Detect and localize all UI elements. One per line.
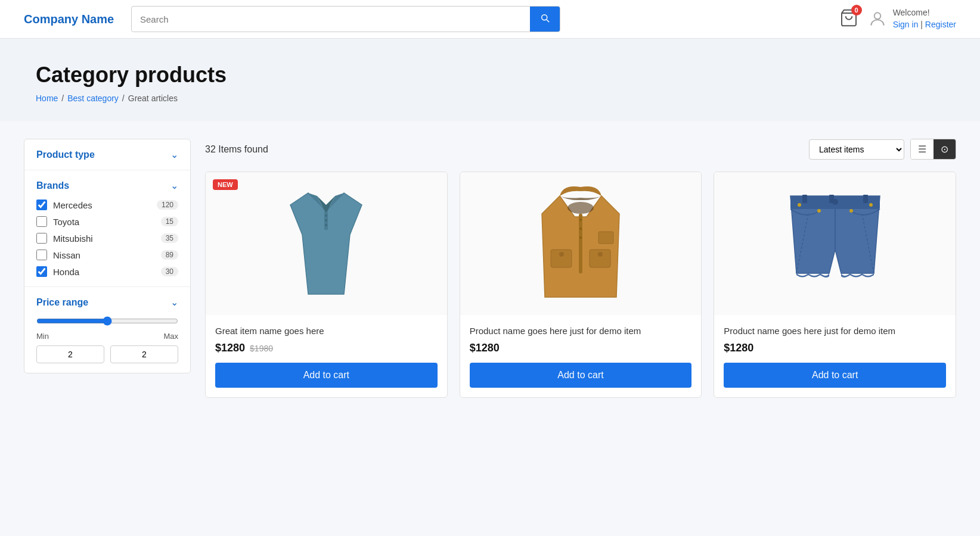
filter-price-range-header[interactable]: Price range ⌄ bbox=[36, 297, 178, 308]
brand-checkbox-mercedes[interactable] bbox=[36, 200, 47, 210]
breadcrumb-separator-2: / bbox=[122, 94, 125, 103]
brand-name: Mitsubishi bbox=[53, 233, 155, 244]
products-area: 32 Items found Latest items Price: Low t… bbox=[205, 139, 956, 398]
page-title: Category products bbox=[36, 63, 944, 88]
price-max-input[interactable] bbox=[110, 345, 178, 363]
brand-count: 35 bbox=[161, 233, 178, 243]
svg-rect-23 bbox=[863, 195, 868, 203]
brand-list: Mercedes 120 Toyota 15 Mitsubishi 35 Nis… bbox=[36, 200, 178, 277]
product-image-jacket bbox=[533, 184, 628, 303]
product-info: Great item name goes here $1280 $1980 Ad… bbox=[206, 315, 447, 397]
product-name: Product name goes here just for demo ite… bbox=[470, 325, 692, 337]
product-price-row: $1280 $1980 bbox=[215, 342, 438, 354]
search-icon bbox=[539, 13, 550, 23]
product-image-shorts bbox=[781, 190, 889, 297]
add-to-cart-button[interactable]: Add to cart bbox=[724, 363, 946, 388]
svg-point-8 bbox=[325, 224, 327, 226]
hero-banner: Category products Home / Best category /… bbox=[0, 39, 980, 121]
filter-brands-header[interactable]: Brands ⌄ bbox=[36, 180, 178, 191]
items-found: 32 Items found bbox=[205, 144, 268, 155]
main-content: Product type ⌄ Brands ⌄ Mercedes 120 Toy… bbox=[0, 121, 980, 416]
brand-count: 15 bbox=[161, 217, 178, 226]
filter-product-type-header[interactable]: Product type ⌄ bbox=[36, 149, 178, 160]
cart-wrapper[interactable]: 0 bbox=[839, 8, 858, 30]
svg-point-14 bbox=[579, 236, 582, 239]
product-price-row: $1280 bbox=[724, 342, 946, 354]
products-toolbar: 32 Items found Latest items Price: Low t… bbox=[205, 139, 956, 160]
brand-name: Toyota bbox=[53, 217, 155, 227]
header-right: 0 Welcome! Sign in | Register bbox=[839, 7, 956, 30]
sign-in-link[interactable]: Sign in bbox=[893, 20, 919, 29]
brand-checkbox-toyota[interactable] bbox=[36, 216, 47, 227]
product-image-wrap bbox=[206, 172, 447, 315]
breadcrumb: Home / Best category / Great articles bbox=[36, 94, 944, 103]
filter-price-range-title: Price range bbox=[36, 297, 88, 308]
filter-brands: Brands ⌄ Mercedes 120 Toyota 15 Mitsubis… bbox=[24, 170, 190, 287]
price-max-label: Max bbox=[163, 332, 178, 341]
grid-view-button[interactable]: ⊙ bbox=[934, 139, 956, 159]
search-bar bbox=[131, 6, 560, 32]
search-button[interactable] bbox=[530, 7, 560, 32]
brand-item: Toyota 15 bbox=[36, 216, 178, 227]
header: Company Name 0 Welcome! bbox=[0, 0, 980, 39]
breadcrumb-great-articles: Great articles bbox=[128, 94, 178, 103]
breadcrumb-home[interactable]: Home bbox=[36, 94, 58, 103]
auth-links[interactable]: Sign in | Register bbox=[893, 19, 956, 31]
filter-price-range: Price range ⌄ Min Max bbox=[24, 287, 190, 373]
add-to-cart-button[interactable]: Add to cart bbox=[215, 363, 438, 388]
brand-item: Honda 30 bbox=[36, 266, 178, 277]
product-card: Product name goes here just for demo ite… bbox=[460, 172, 702, 398]
brand-checkbox-mitsubishi[interactable] bbox=[36, 233, 47, 244]
product-info: Product name goes here just for demo ite… bbox=[460, 315, 702, 397]
svg-point-17 bbox=[559, 252, 564, 257]
brand-count: 30 bbox=[161, 267, 178, 276]
filter-product-type-title: Product type bbox=[36, 149, 95, 160]
filter-product-type: Product type ⌄ bbox=[24, 139, 190, 170]
cart-badge: 0 bbox=[851, 5, 862, 15]
price-min-label: Min bbox=[36, 332, 49, 341]
product-info: Product name goes here just for demo ite… bbox=[714, 315, 956, 397]
product-name: Great item name goes here bbox=[215, 325, 438, 337]
brand-item: Mitsubishi 35 bbox=[36, 233, 178, 244]
svg-point-26 bbox=[817, 209, 821, 213]
price-min-input[interactable] bbox=[36, 345, 104, 363]
brand-checkbox-honda[interactable] bbox=[36, 266, 47, 277]
brand-name: Nissan bbox=[53, 250, 155, 260]
product-image-wrap bbox=[714, 172, 956, 315]
svg-point-24 bbox=[832, 199, 838, 205]
sort-select[interactable]: Latest items Price: Low to High Price: H… bbox=[809, 139, 904, 160]
svg-rect-11 bbox=[579, 214, 582, 273]
price-current: $1280 bbox=[470, 342, 500, 354]
svg-point-10 bbox=[567, 202, 594, 214]
add-to-cart-button[interactable]: Add to cart bbox=[470, 363, 692, 388]
price-old: $1980 bbox=[250, 344, 273, 353]
breadcrumb-best-category[interactable]: Best category bbox=[67, 94, 119, 103]
product-price-row: $1280 bbox=[470, 342, 692, 354]
brand-checkbox-nissan[interactable] bbox=[36, 250, 47, 260]
svg-point-7 bbox=[325, 219, 327, 222]
svg-point-28 bbox=[798, 203, 801, 207]
svg-rect-19 bbox=[598, 232, 613, 244]
brand-item: Mercedes 120 bbox=[36, 200, 178, 210]
brand-item: Nissan 89 bbox=[36, 250, 178, 260]
user-text: Welcome! Sign in | Register bbox=[893, 7, 956, 30]
breadcrumb-separator-1: / bbox=[61, 94, 64, 103]
user-section[interactable]: Welcome! Sign in | Register bbox=[868, 7, 956, 30]
search-input[interactable] bbox=[132, 8, 530, 30]
price-inputs bbox=[36, 345, 178, 363]
price-range-slider[interactable] bbox=[36, 316, 178, 326]
toolbar-right: Latest items Price: Low to High Price: H… bbox=[809, 139, 956, 160]
svg-point-12 bbox=[579, 219, 582, 221]
product-badge: NEW bbox=[213, 179, 238, 190]
svg-point-1 bbox=[874, 13, 880, 19]
chevron-down-icon-brands: ⌄ bbox=[170, 180, 178, 191]
svg-point-18 bbox=[598, 252, 603, 257]
user-icon bbox=[868, 10, 887, 29]
company-name[interactable]: Company Name bbox=[24, 13, 119, 26]
list-view-button[interactable]: ☰ bbox=[911, 139, 934, 159]
price-labels: Min Max bbox=[36, 332, 178, 341]
chevron-down-icon-price: ⌄ bbox=[170, 297, 178, 308]
product-grid: NEW Great i bbox=[205, 172, 956, 398]
product-card: Product name goes here just for demo ite… bbox=[714, 172, 956, 398]
register-link[interactable]: Register bbox=[925, 20, 956, 29]
